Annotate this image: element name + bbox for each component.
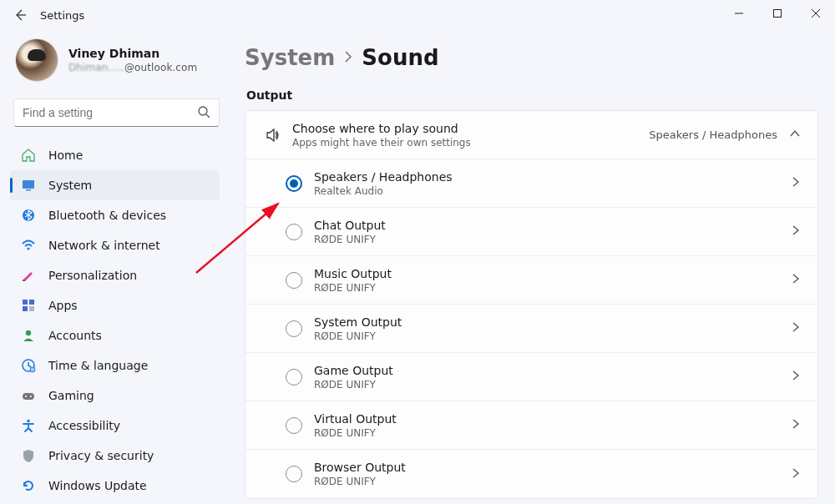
chevron-right-icon[interactable] — [791, 176, 801, 190]
chevron-right-icon[interactable] — [791, 273, 801, 287]
sidebar-item-label: Apps — [48, 299, 78, 312]
chevron-right-icon[interactable] — [791, 224, 801, 239]
avatar — [15, 38, 58, 82]
radio-button[interactable] — [286, 417, 302, 434]
output-header-summary: Speakers / Headphones — [649, 129, 777, 141]
sidebar-item-privacy[interactable]: Privacy & security — [10, 441, 220, 471]
svg-line-3 — [206, 114, 210, 118]
device-title: Music Output — [314, 267, 791, 280]
home-icon — [20, 147, 37, 164]
device-subtitle: RØDE UNIFY — [314, 427, 791, 439]
device-subtitle: RØDE UNIFY — [314, 330, 791, 342]
device-title: Speakers / Headphones — [314, 170, 791, 184]
svg-point-2 — [199, 107, 207, 115]
clock-icon — [20, 357, 37, 374]
sidebar-item-label: Personalization — [48, 269, 137, 282]
sidebar-item-label: Privacy & security — [48, 449, 154, 462]
output-card: Choose where to play sound Apps might ha… — [245, 110, 818, 499]
sidebar-item-label: Bluetooth & devices — [48, 209, 166, 222]
sidebar-item-label: Home — [48, 149, 83, 162]
device-subtitle: RØDE UNIFY — [314, 234, 791, 245]
device-title: Virtual Output — [314, 412, 791, 426]
sidebar-item-personalization[interactable]: Personalization — [10, 260, 220, 290]
svg-rect-1 — [774, 10, 782, 18]
output-header-subtitle: Apps might have their own settings — [292, 137, 649, 149]
svg-point-19 — [27, 420, 30, 423]
accessibility-icon — [20, 417, 37, 434]
sidebar-item-label: Windows Update — [48, 479, 147, 492]
svg-point-17 — [25, 396, 27, 397]
back-button[interactable] — [10, 5, 30, 25]
svg-rect-5 — [26, 189, 31, 191]
sidebar-item-label: Accessibility — [48, 419, 120, 432]
output-device-row[interactable]: Game Output RØDE UNIFY — [245, 353, 817, 401]
device-subtitle: RØDE UNIFY — [314, 476, 791, 487]
svg-rect-12 — [29, 306, 34, 311]
svg-rect-4 — [23, 180, 34, 189]
breadcrumb: System Sound — [245, 45, 818, 70]
sidebar-item-label: Accounts — [48, 329, 102, 342]
output-device-row[interactable]: System Output RØDE UNIFY — [245, 305, 817, 353]
breadcrumb-parent[interactable]: System — [245, 45, 335, 70]
search-box[interactable] — [13, 98, 220, 127]
update-icon — [20, 477, 37, 494]
wifi-icon — [20, 237, 37, 254]
device-subtitle: RØDE UNIFY — [314, 282, 791, 294]
search-input[interactable] — [23, 106, 197, 119]
chevron-right-icon — [343, 50, 353, 66]
sidebar-item-accessibility[interactable]: Accessibility — [10, 411, 220, 441]
output-header-title: Choose where to play sound — [292, 122, 649, 135]
svg-rect-11 — [23, 306, 28, 311]
sidebar-item-bluetooth[interactable]: Bluetooth & devices — [10, 200, 220, 230]
output-device-row[interactable]: Music Output RØDE UNIFY — [245, 256, 817, 305]
sidebar-item-accounts[interactable]: Accounts — [10, 320, 220, 350]
svg-rect-10 — [29, 300, 34, 305]
svg-point-18 — [30, 396, 32, 397]
radio-button[interactable] — [286, 272, 302, 289]
sidebar-item-gaming[interactable]: Gaming — [10, 381, 220, 411]
chevron-right-icon[interactable] — [791, 321, 801, 335]
sidebar-item-label: Gaming — [48, 389, 94, 402]
chevron-right-icon[interactable] — [791, 418, 801, 432]
radio-button[interactable] — [286, 466, 302, 482]
apps-icon — [20, 297, 37, 314]
sidebar-item-time[interactable]: Time & language — [10, 350, 220, 381]
nav: Home System Bluetooth & devices Network … — [10, 137, 228, 501]
svg-point-13 — [26, 330, 31, 335]
window-title: Settings — [40, 9, 84, 22]
device-title: Chat Output — [314, 219, 791, 232]
output-header-row[interactable]: Choose where to play sound Apps might ha… — [245, 111, 817, 159]
radio-button[interactable] — [286, 369, 302, 386]
gaming-icon — [20, 387, 37, 404]
svg-rect-8 — [23, 280, 25, 281]
profile-name: Viney Dhiman — [68, 47, 197, 60]
profile-block[interactable]: Viney Dhiman Dhiman.....@outlook.com — [10, 30, 228, 95]
output-device-row[interactable]: Speakers / Headphones Realtek Audio — [245, 159, 817, 208]
paint-icon — [20, 267, 37, 284]
sidebar-item-apps[interactable]: Apps — [10, 290, 220, 320]
radio-button[interactable] — [286, 175, 302, 192]
radio-button[interactable] — [286, 224, 302, 240]
shield-icon — [20, 447, 37, 464]
minimize-button[interactable] — [720, 0, 758, 27]
profile-email: Dhiman.....@outlook.com — [68, 62, 197, 73]
accounts-icon — [20, 327, 37, 344]
chevron-right-icon[interactable] — [791, 370, 801, 384]
chevron-right-icon[interactable] — [791, 467, 801, 481]
output-device-row[interactable]: Virtual Output RØDE UNIFY — [245, 401, 817, 450]
close-button[interactable] — [797, 0, 835, 27]
output-device-row[interactable]: Chat Output RØDE UNIFY — [245, 208, 817, 256]
radio-button[interactable] — [286, 320, 302, 337]
sidebar-item-update[interactable]: Windows Update — [10, 471, 220, 501]
sidebar-item-network[interactable]: Network & internet — [10, 230, 220, 260]
device-title: Game Output — [314, 364, 791, 377]
svg-rect-16 — [23, 393, 34, 400]
sidebar-item-system[interactable]: System — [10, 170, 220, 200]
svg-point-15 — [30, 367, 35, 372]
bluetooth-icon — [20, 207, 37, 224]
chevron-up-icon — [789, 128, 801, 142]
device-subtitle: RØDE UNIFY — [314, 379, 791, 391]
maximize-button[interactable] — [758, 0, 797, 27]
sidebar-item-home[interactable]: Home — [10, 140, 220, 170]
output-device-row[interactable]: Browser Output RØDE UNIFY — [245, 450, 817, 498]
